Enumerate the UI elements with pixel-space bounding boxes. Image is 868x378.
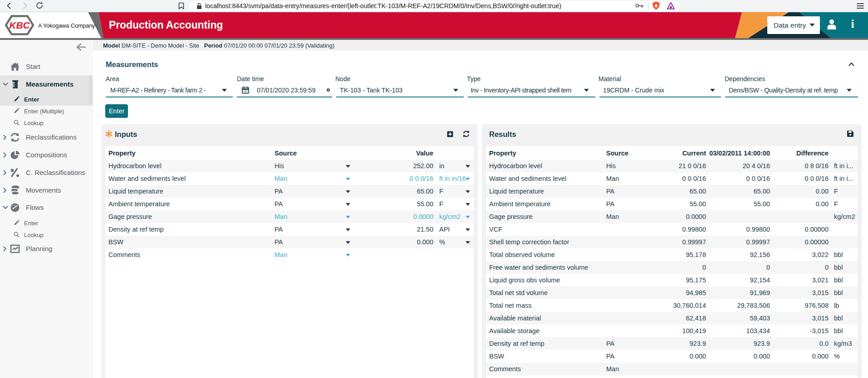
svg-text:KBC: KBC — [9, 20, 30, 30]
